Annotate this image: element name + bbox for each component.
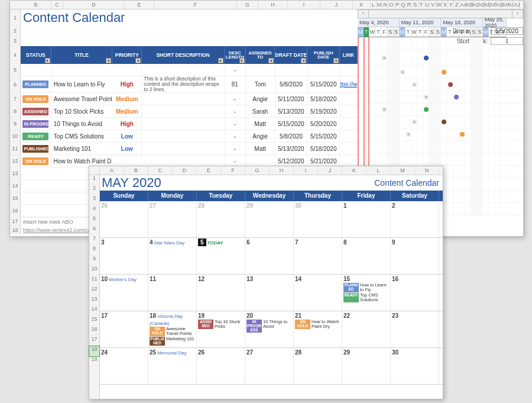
link-cell[interactable]: https://ww [340,76,358,92]
calendar-day[interactable]: 25Memorial Day [148,348,197,384]
row-number[interactable]: 8 [89,246,99,256]
desc-length-cell[interactable]: - [225,155,246,167]
assigned-cell[interactable]: Matt [246,143,275,154]
description-cell[interactable] [142,143,225,154]
content-link[interactable]: https://ww [340,81,358,88]
calendar-day[interactable]: 26 [197,348,245,384]
publish-date-cell[interactable]: 5/18/2020 [307,143,340,154]
publish-marker[interactable] [454,95,459,99]
description-cell[interactable] [142,130,225,142]
calendar-day[interactable]: 16 [391,275,439,311]
assigned-cell[interactable]: Angie [246,130,275,142]
draft-date-cell[interactable]: 5/15/2020 [275,118,308,130]
filter-icon[interactable]: ▾ [135,58,141,63]
draft-date-cell[interactable]: 5/12/2020 [275,155,308,167]
priority-cell[interactable] [112,155,142,167]
calendar-event[interactable]: ON HOLDAwesome Travel Points [150,327,195,336]
scroll-right-icon[interactable]: › [512,10,523,18]
description-cell[interactable] [142,118,225,130]
scroll-left-icon[interactable]: ‹ [358,10,369,18]
calendar-day[interactable]: 29 [245,201,294,237]
header-priority[interactable]: PRIORITY▾ [112,46,142,64]
row-number[interactable]: 13 [89,296,99,306]
calendar-day[interactable]: 26 [100,201,148,237]
publish-date-cell[interactable]: 5/20/2020 [307,118,340,130]
row-number[interactable]: 6 [10,76,21,93]
filter-icon[interactable]: ▾ [218,58,223,63]
row-number[interactable]: 17 [89,336,99,346]
row-number[interactable]: 12 [10,155,21,167]
row-number[interactable]: 16 [10,205,21,217]
desc-length-cell[interactable]: 81 [225,76,246,92]
row-number[interactable]: 2 [10,26,21,36]
calendar-day[interactable]: 30 [294,201,342,237]
publish-date-cell[interactable]: 5/18/2020 [307,93,340,105]
row-number[interactable]: 13 [10,167,21,180]
desc-length-cell[interactable]: - [225,93,246,105]
assigned-cell[interactable]: Sarah [246,105,275,117]
table-row[interactable]: ON HOLDAwesome Travel PointsMedium-Angie… [21,93,358,105]
header-link[interactable]: LINK [340,46,358,64]
content-title[interactable]: How to Watch Paint Dry [51,155,113,167]
row-number[interactable]: 15 [10,192,21,205]
calendar-day[interactable]: 23 [391,311,439,347]
row-number[interactable]: 4 [10,46,21,64]
description-cell[interactable] [142,93,225,105]
calendar-day[interactable]: 29 [342,348,391,384]
calendar-day[interactable]: 9 [391,238,439,274]
publish-marker[interactable] [442,70,446,75]
draft-date-cell[interactable]: 5/13/2020 [275,143,308,154]
row-number[interactable]: 10 [10,130,21,143]
row-number[interactable]: 16 [89,326,99,336]
priority-cell[interactable]: Medium [112,93,142,105]
calendar-day[interactable]: 11 [148,275,197,311]
calendar-day[interactable]: 17 [100,311,148,347]
calendar-day[interactable]: 18Victoria Day (Canada)ON HOLDAwesome Tr… [148,311,197,347]
draft-marker[interactable] [424,95,429,99]
desc-length-cell[interactable]: - [225,118,246,130]
link-cell[interactable] [340,155,358,167]
draft-marker[interactable] [400,70,405,75]
description-cell[interactable]: This is a short description of this cont… [142,76,225,92]
calendar-day[interactable]: 28 [197,201,245,237]
header-status[interactable]: STATUS▾ [21,46,51,64]
calendar-day[interactable]: 8 [342,238,391,274]
row-number[interactable]: 12 [89,286,99,296]
table-row[interactable]: PUBLISHEDMarketing 101Low-Matt5/13/20205… [21,143,358,155]
row-number[interactable]: 8 [10,105,21,118]
desc-length-cell[interactable]: - [225,130,246,142]
filter-icon[interactable]: ▾ [268,58,274,63]
header-desc-length[interactable]: DESC LENGTH▾ [225,46,246,64]
row-number[interactable]: 3 [89,195,99,205]
calendar-day[interactable]: 24 [100,348,148,384]
row-number[interactable]: 15 [89,316,99,326]
calendar-day[interactable]: 5TODAY [197,238,245,274]
calendar-day[interactable]: 20IN PROGR ESS10 Things to Avoid [245,311,294,347]
publish-marker[interactable] [424,56,429,60]
publish-marker[interactable] [442,120,446,124]
calendar-day[interactable]: 13 [245,275,294,311]
calendar-day[interactable]: 15PLANN EDHow to Learn to FlyREADYTop CM… [342,275,391,311]
description-cell[interactable] [142,105,225,117]
header-assigned[interactable]: ASSIGNED TO▾ [246,46,275,64]
row-number[interactable]: 9 [89,256,99,266]
header-title[interactable]: TITLE▾ [51,46,113,64]
row-number[interactable]: 9 [10,118,21,130]
calendar-day[interactable]: 1 [342,201,391,237]
draft-marker[interactable] [382,56,387,60]
calendar-event[interactable]: READYTop CMS Solutions [343,293,389,302]
assigned-cell[interactable]: Tom [246,76,275,92]
row-number[interactable]: 14 [10,180,21,192]
priority-cell[interactable]: Medium [112,105,142,117]
calendar-day[interactable]: 3 [100,238,148,274]
link-cell[interactable] [340,118,358,130]
row-number[interactable]: 18 [89,346,99,356]
table-row[interactable]: ASSIGNEDTop 10 Stock PicksMedium-Sarah5/… [21,105,358,118]
priority-cell[interactable]: High [112,118,142,130]
table-row[interactable]: IN PROGRESS10 Things to AvoidHigh-Matt5/… [21,118,358,130]
header-publish-date[interactable]: PUBLISH DATE▾ [307,46,340,64]
calendar-day[interactable]: 21ON HOLDHow to Watch Paint Dry [294,311,342,347]
link-cell[interactable] [340,105,358,117]
desc-length-cell[interactable]: - [225,143,246,154]
calendar-day[interactable]: 7 [294,238,342,274]
